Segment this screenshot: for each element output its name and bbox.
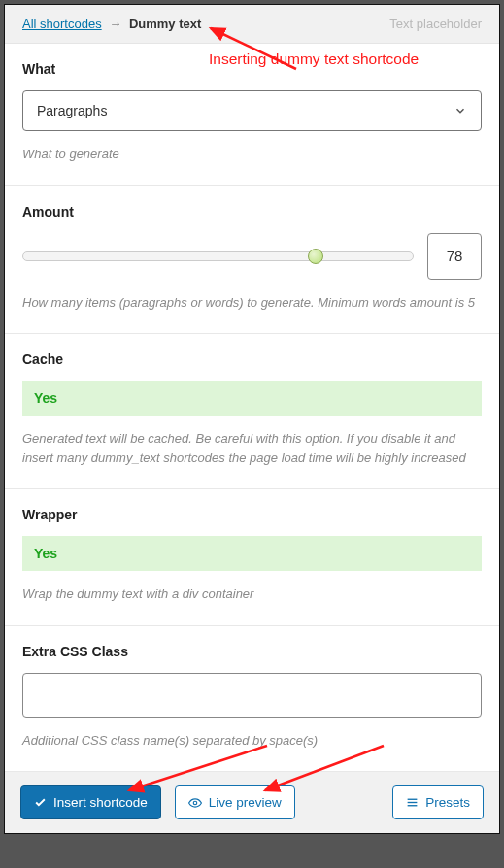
label-amount: Amount <box>22 204 482 219</box>
css-input[interactable] <box>22 673 482 718</box>
presets-button[interactable]: Presets <box>392 785 484 819</box>
label-cache: Cache <box>22 351 482 367</box>
what-select[interactable]: Paragraphs <box>22 90 482 131</box>
breadcrumb: All shortcodes → Dummy text <box>22 17 201 31</box>
header-placeholder: Text placeholder <box>389 17 482 31</box>
hint-cache: Generated text will be cached. Be carefu… <box>22 429 482 467</box>
presets-button-label: Presets <box>425 795 470 810</box>
all-shortcodes-link[interactable]: All shortcodes <box>22 17 102 31</box>
eye-icon <box>188 796 202 810</box>
cache-toggle[interactable]: Yes <box>22 381 482 416</box>
modal-header: All shortcodes → Dummy text Text placeho… <box>5 5 499 44</box>
check-icon <box>34 796 47 809</box>
hint-wrapper: Wrap the dummy text with a div container <box>22 584 482 604</box>
breadcrumb-current: Dummy text <box>129 17 201 31</box>
hint-what: What to generate <box>22 145 482 164</box>
section-wrapper: Wrapper Yes Wrap the dummy text with a d… <box>5 489 499 626</box>
label-what: What <box>22 61 482 77</box>
modal-footer: Insert shortcode Live preview Presets <box>5 772 499 833</box>
slider-thumb[interactable] <box>308 249 323 264</box>
label-css: Extra CSS Class <box>22 644 482 659</box>
section-amount: Amount How many items (paragraphs or wor… <box>5 186 499 335</box>
shortcode-modal: All shortcodes → Dummy text Text placeho… <box>4 4 500 834</box>
amount-slider[interactable] <box>22 251 414 261</box>
hint-css: Additional CSS class name(s) separated b… <box>22 731 482 751</box>
amount-input[interactable] <box>427 233 482 280</box>
preview-button-label: Live preview <box>209 795 282 810</box>
insert-button-label: Insert shortcode <box>53 795 148 810</box>
live-preview-button[interactable]: Live preview <box>175 785 295 819</box>
section-what: What Paragraphs What to generate <box>5 44 499 186</box>
hint-amount: How many items (paragraphs or words) to … <box>22 293 482 313</box>
menu-icon <box>406 796 419 809</box>
chevron-down-icon <box>454 104 467 117</box>
insert-shortcode-button[interactable]: Insert shortcode <box>20 785 161 819</box>
section-cache: Cache Yes Generated text will be cached.… <box>5 334 499 489</box>
section-css: Extra CSS Class Additional CSS class nam… <box>5 626 499 773</box>
wrapper-toggle[interactable]: Yes <box>22 536 482 571</box>
breadcrumb-arrow: → <box>109 17 121 31</box>
what-select-value: Paragraphs <box>37 103 107 118</box>
label-wrapper: Wrapper <box>22 507 482 522</box>
svg-point-0 <box>193 801 197 805</box>
